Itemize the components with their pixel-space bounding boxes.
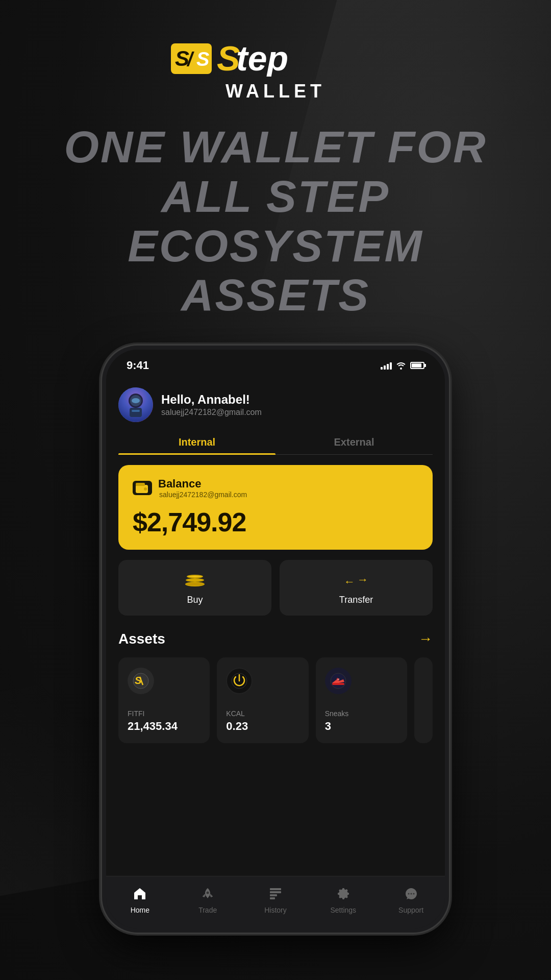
svg-point-28 <box>413 893 414 895</box>
fitfi-symbol: FITFI <box>128 709 201 718</box>
balance-card-email: saluejj2472182@gmail.com <box>159 491 247 499</box>
svg-text:S: S <box>196 48 209 70</box>
balance-label: Balance <box>158 477 247 491</box>
assets-header: Assets → <box>118 631 433 647</box>
assets-arrow-icon[interactable]: → <box>418 631 433 647</box>
asset-card-sneaks[interactable]: Sneaks 3 <box>316 657 407 743</box>
balance-card: Balance saluejj2472182@gmail.com $2,749.… <box>118 465 433 550</box>
kcal-amount: 0.23 <box>226 720 299 733</box>
avatar <box>118 387 153 422</box>
kcal-symbol: KCAL <box>226 709 299 718</box>
balance-card-header: Balance saluejj2472182@gmail.com <box>133 477 418 499</box>
hero-text: ONE WALLET FOR ALL STEP ECOSYSTEM ASSETS <box>31 122 520 320</box>
svg-rect-24 <box>270 894 277 896</box>
settings-icon <box>334 885 353 903</box>
nav-support[interactable]: Support <box>377 885 445 914</box>
svg-rect-22 <box>270 888 281 890</box>
app-content: Hello, Annabel! saluejj2472182@gmail.com… <box>106 377 445 876</box>
svg-point-14 <box>144 487 147 491</box>
wifi-icon <box>396 361 406 370</box>
svg-rect-25 <box>270 897 275 899</box>
history-icon <box>266 885 285 903</box>
fitfi-amount: 21,435.34 <box>128 720 201 733</box>
svg-point-27 <box>410 893 412 895</box>
balance-amount: $2,749.92 <box>133 507 418 537</box>
support-icon <box>402 885 420 903</box>
wallet-icon <box>133 481 152 495</box>
asset-card-partial <box>414 657 433 743</box>
nav-history[interactable]: History <box>242 885 310 914</box>
nav-support-label: Support <box>398 906 423 914</box>
assets-grid: S FITFI 21,435.34 <box>118 657 433 743</box>
rocket-icon <box>198 885 217 903</box>
svg-rect-23 <box>270 891 281 893</box>
fitfi-icon: S <box>128 668 154 694</box>
nav-trade[interactable]: Trade <box>174 885 242 914</box>
profile-info: Hello, Annabel! saluejj2472182@gmail.com <box>161 393 262 417</box>
svg-point-9 <box>132 398 140 403</box>
wallet-subtitle: WALLET <box>226 81 325 102</box>
phone-mockup: 9:41 <box>102 346 449 933</box>
buy-button[interactable]: Buy <box>118 560 271 616</box>
profile-email: saluejj2472182@gmail.com <box>161 408 262 417</box>
nav-trade-label: Trade <box>198 906 217 914</box>
svg-point-21 <box>207 892 209 894</box>
assets-title: Assets <box>118 631 165 647</box>
assets-section: Assets → S <box>118 631 433 876</box>
content-wrapper: S / S S tep WALLET ONE WALLET FOR ALL ST… <box>0 0 551 980</box>
signal-icon <box>381 361 392 370</box>
step-logo-icon: S / S <box>171 43 212 74</box>
buy-label: Buy <box>187 595 203 605</box>
balance-labels: Balance saluejj2472182@gmail.com <box>158 477 247 499</box>
tab-external[interactable]: External <box>276 430 433 454</box>
sneaks-icon <box>325 668 352 694</box>
bottom-nav: Home Trade <box>106 876 445 928</box>
transfer-icon: → ← <box>344 570 368 591</box>
transfer-button[interactable]: → ← Transfer <box>280 560 433 616</box>
sneaks-amount: 3 <box>325 720 398 733</box>
sneaks-symbol: Sneaks <box>325 709 398 718</box>
phone-screen: 9:41 <box>106 350 445 928</box>
asset-card-kcal[interactable]: KCAL 0.23 <box>217 657 308 743</box>
status-time: 9:41 <box>127 359 149 372</box>
svg-rect-10 <box>130 408 142 417</box>
hero-tagline: ONE WALLET FOR ALL STEP ECOSYSTEM ASSETS <box>0 122 551 320</box>
nav-history-label: History <box>264 906 287 914</box>
kcal-icon <box>226 668 253 694</box>
coin-stack-icon <box>185 575 205 586</box>
transfer-arrows-icon: → ← <box>344 571 368 590</box>
nav-settings[interactable]: Settings <box>309 885 377 914</box>
header-section: S / S S tep WALLET <box>171 0 380 102</box>
svg-text:tep: tep <box>236 41 288 77</box>
buy-icon <box>183 570 207 591</box>
svg-point-26 <box>408 893 409 895</box>
transfer-label: Transfer <box>339 595 373 605</box>
tab-internal[interactable]: Internal <box>118 430 276 454</box>
profile-header: Hello, Annabel! saluejj2472182@gmail.com <box>118 377 433 430</box>
action-buttons: Buy → ← Transfer <box>118 560 433 616</box>
logo-container: S / S S tep <box>171 41 380 77</box>
asset-card-fitfi[interactable]: S FITFI 21,435.34 <box>118 657 210 743</box>
nav-settings-label: Settings <box>330 906 356 914</box>
profile-greeting: Hello, Annabel! <box>161 393 262 407</box>
logo-text-svg: S tep <box>217 41 380 77</box>
home-icon <box>131 885 149 903</box>
battery-icon <box>410 362 424 369</box>
status-icons <box>381 361 424 370</box>
wallet-tabs: Internal External <box>118 430 433 455</box>
status-bar: 9:41 <box>106 350 445 377</box>
svg-rect-20 <box>332 683 344 685</box>
nav-home-label: Home <box>131 906 149 914</box>
svg-rect-11 <box>132 410 140 412</box>
svg-rect-13 <box>136 483 145 486</box>
nav-home[interactable]: Home <box>106 885 174 914</box>
